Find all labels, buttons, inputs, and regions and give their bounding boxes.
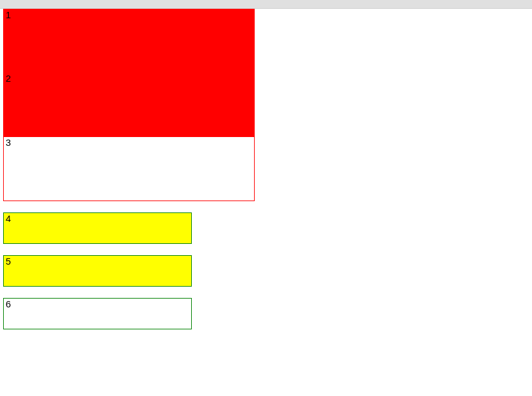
box-4: 4 <box>3 212 192 244</box>
box-6: 6 <box>3 298 192 329</box>
box-1: 1 <box>3 9 255 73</box>
box-6-label: 6 <box>6 299 11 309</box>
box-5-label: 5 <box>6 256 11 267</box>
box-4-label: 4 <box>6 213 11 224</box>
red-box-group: 1 2 3 <box>3 9 532 201</box>
box-5: 5 <box>3 255 192 287</box>
box-1-label: 1 <box>6 9 11 20</box>
box-2-label: 2 <box>6 73 11 84</box>
window-top-strip <box>0 0 532 9</box>
content-area: 1 2 3 4 5 6 <box>0 9 532 329</box>
box-3-label: 3 <box>6 137 11 148</box>
box-2: 2 <box>3 73 255 137</box>
yellow-box-group: 4 5 6 <box>3 212 532 329</box>
box-3: 3 <box>3 137 255 201</box>
